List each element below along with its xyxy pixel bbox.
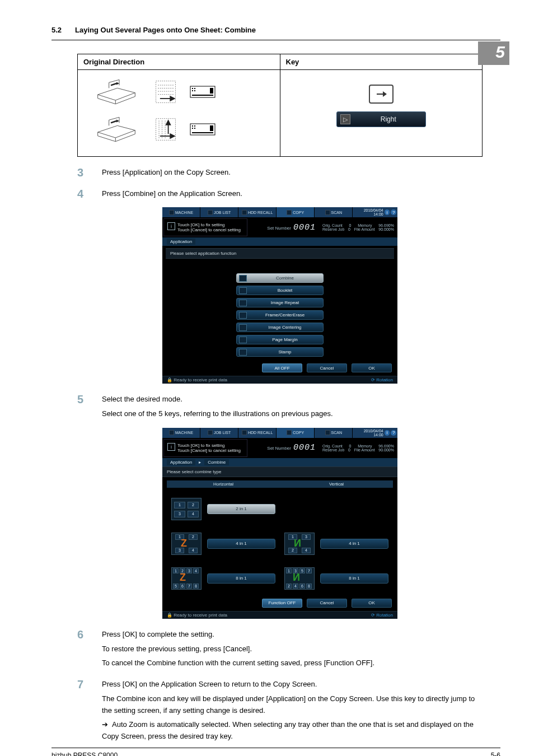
svg-rect-12 <box>194 90 195 91</box>
btn-4in1-v[interactable]: 4 in 1 <box>320 539 388 549</box>
info-icon[interactable]: i <box>385 209 390 215</box>
set-number: Set Number0001 <box>249 217 319 237</box>
breadcrumb: Application ▸ Combine <box>162 458 397 466</box>
step-number: 3 <box>77 167 102 178</box>
set-number: Set Number0001 <box>249 438 319 458</box>
footer-product: bizhub PRESS C8000 <box>51 752 118 756</box>
page-footer: bizhub PRESS C8000 5-6 <box>51 748 500 756</box>
page-margin-icon <box>239 337 247 343</box>
svg-rect-28 <box>194 128 195 129</box>
tab-scan[interactable]: SCAN <box>315 207 353 217</box>
thumb-4in1-h: 1 2 3 4 Z <box>171 533 202 555</box>
all-off-button[interactable]: All OFF <box>262 363 302 372</box>
help-icon[interactable]: ? <box>391 430 396 436</box>
direction-illustration-cell <box>78 70 280 157</box>
help-icon[interactable]: ? <box>391 209 396 215</box>
tab-scan[interactable]: SCAN <box>315 428 353 438</box>
step-6: 6 Press [OK] to complete the setting. <box>77 629 483 640</box>
thumb-2in1-h: 1 2 3 4 <box>171 498 202 520</box>
step-7: 7 Press [OK] on the Application Screen t… <box>77 679 483 690</box>
svg-marker-23 <box>166 120 170 124</box>
btn-2in1[interactable]: 2 in 1 <box>207 504 275 514</box>
info-message: i Touch [OK] to fix settingTouch [Cancel… <box>163 218 247 236</box>
svg-rect-14 <box>210 88 213 94</box>
tab-joblist[interactable]: JOB LIST <box>200 428 238 438</box>
image-centering-icon <box>239 324 247 331</box>
combine-icon <box>239 275 247 282</box>
tab-machine[interactable]: MACHINE <box>162 207 200 217</box>
footer-page: 5-6 <box>491 752 500 756</box>
step-5: 5 Select the desired mode. <box>77 394 483 405</box>
crumb-application[interactable]: Application <box>167 459 195 465</box>
breadcrumb: Application <box>162 237 397 246</box>
step-text: Press [Application] on the Copy Screen. <box>102 167 483 178</box>
step-text: Press [Combine] on the Application Scree… <box>102 188 483 199</box>
counters: Orig. Count0Memory96.690% Reserve Job0Fi… <box>319 438 397 458</box>
svg-rect-26 <box>194 125 195 127</box>
chevron-right-icon: ▸ <box>199 460 201 465</box>
app-btn-image-repeat[interactable]: Image Repeat <box>236 298 324 307</box>
ok-button[interactable]: OK <box>352 599 392 608</box>
status-time: 2010/04/04 14:00i? <box>353 428 397 438</box>
tab-joblist[interactable]: JOB LIST <box>200 207 238 217</box>
tab-hddrecall[interactable]: HDD RECALL <box>238 428 277 438</box>
hint-text: Please select application function <box>166 248 394 259</box>
tab-copy[interactable]: COPY <box>277 207 315 217</box>
application-screen: MACHINE JOB LIST HDD RECALL COPY SCAN 20… <box>162 207 397 384</box>
col-header-key: Key <box>280 54 483 70</box>
right-key-button[interactable]: ▷ Right <box>336 111 426 127</box>
cancel-button[interactable]: Cancel <box>307 599 347 608</box>
btn-4in1-h[interactable]: 4 in 1 <box>207 539 275 549</box>
tab-machine[interactable]: MACHINE <box>162 428 200 438</box>
step-text: Press [OK] on the Application Screen to … <box>102 679 483 690</box>
step-text: Press [OK] to complete the setting. <box>102 629 483 640</box>
info-icon: i <box>167 443 175 451</box>
app-btn-image-centering[interactable]: Image Centering <box>236 323 324 332</box>
col-header-direction: Original Direction <box>78 54 280 70</box>
document-right-up-icon <box>153 115 179 145</box>
info-icon[interactable]: i <box>385 430 390 436</box>
ok-button[interactable]: OK <box>352 363 392 372</box>
arrow-right-icon: ➔ <box>102 719 112 731</box>
svg-rect-9 <box>192 88 193 89</box>
hint-text: Please select combine type <box>162 466 397 477</box>
btn-8in1-h[interactable]: 8 in 1 <box>207 573 275 584</box>
right-key-label: Right <box>355 115 422 123</box>
key-cell: ▷ Right <box>280 70 483 157</box>
tab-copy[interactable]: COPY <box>277 428 315 438</box>
btn-8in1-v[interactable]: 8 in 1 <box>320 573 388 584</box>
step-text: Select the desired mode. <box>102 394 483 405</box>
function-off-button[interactable]: Function OFF <box>262 599 302 608</box>
info-icon: i <box>167 222 175 230</box>
svg-rect-29 <box>192 132 213 133</box>
col-horizontal: Horizontal <box>167 480 280 488</box>
cancel-button[interactable]: Cancel <box>307 363 347 372</box>
app-btn-frame-erase[interactable]: Frame/CenterErase <box>236 310 324 320</box>
svg-marker-0 <box>116 82 119 85</box>
status-bar: 🔒 Ready to receive print data ⟳ Rotation <box>162 611 397 619</box>
app-btn-booklet[interactable]: Booklet <box>236 286 324 295</box>
step-number: 6 <box>77 629 102 640</box>
svg-rect-25 <box>192 125 193 127</box>
svg-rect-11 <box>192 90 193 91</box>
image-repeat-icon <box>239 300 247 306</box>
section-header: 5.2 Laying Out Several Pages onto One Sh… <box>51 24 500 40</box>
svg-rect-30 <box>210 125 213 131</box>
step-6-sub1: To restore the previous setting, press [… <box>102 643 483 655</box>
thumb-8in1-h: 1 2 3 4 5 6 7 8 Z <box>171 567 202 590</box>
app-btn-stamp[interactable]: Stamp <box>236 347 324 357</box>
chapter-tab: 5 <box>478 41 509 65</box>
svg-marker-7 <box>170 96 174 100</box>
thumb-8in1-v: 1 3 5 7 2 4 6 8 И <box>284 567 315 590</box>
svg-rect-13 <box>192 95 213 96</box>
step-7-sub1: The Combine icon and key will be display… <box>102 693 483 717</box>
counters: Orig. Count0Memory96.690% Reserve Job0Fi… <box>319 217 397 237</box>
status-time: 2010/04/04 14:00i? <box>353 207 397 217</box>
app-btn-combine[interactable]: Combine <box>236 273 324 283</box>
tab-hddrecall[interactable]: HDD RECALL <box>238 207 277 217</box>
thumb-4in1-v: 1 3 2 4 И <box>284 533 315 555</box>
pixel-icon-landscape <box>190 86 216 100</box>
app-btn-page-margin[interactable]: Page Margin <box>236 335 324 344</box>
right-arrow-icon <box>369 85 394 104</box>
combine-screen: MACHINE JOB LIST HDD RECALL COPY SCAN 20… <box>162 428 397 619</box>
